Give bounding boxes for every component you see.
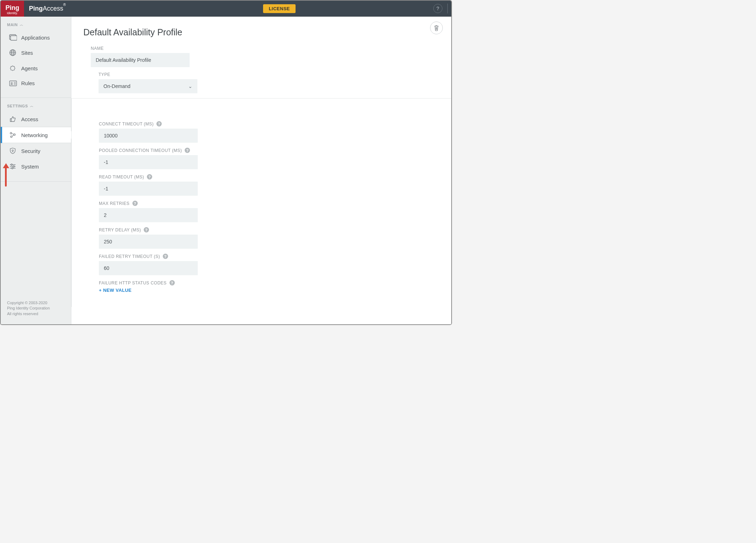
copyright: Copyright © 2003-2020 Ping Identity Corp… <box>1 300 71 324</box>
product-name: PingAccess® <box>29 5 66 12</box>
label-type: TYPE <box>99 72 451 77</box>
failed-retry-timeout-input[interactable] <box>99 261 198 275</box>
sidebar-item-label: Applications <box>21 35 50 41</box>
sidebar-item-label: Rules <box>21 80 35 86</box>
trash-icon <box>434 25 439 31</box>
sidebar-item-label: Agents <box>21 65 38 71</box>
help-icon[interactable]: ? <box>163 254 168 259</box>
page-title: Default Availability Profile <box>71 17 451 41</box>
chevron-down-icon: ⌄ <box>188 83 192 89</box>
svg-point-25 <box>12 167 13 169</box>
read-timeout-input[interactable] <box>99 182 198 196</box>
svg-point-9 <box>11 82 12 84</box>
help-icon[interactable]: ? <box>144 227 149 232</box>
name-input[interactable] <box>91 53 190 67</box>
delete-button[interactable] <box>430 22 443 34</box>
retry-delay-input[interactable] <box>99 235 198 249</box>
label-name: NAME <box>91 46 451 51</box>
help-icon[interactable]: ? <box>433 4 442 13</box>
thumbs-up-icon <box>9 116 17 123</box>
chevron-up-icon: ︿ <box>20 22 24 27</box>
sidebar-item-security[interactable]: Security <box>1 143 71 159</box>
label-connect-timeout: CONNECT TIMEOUT (MS)? <box>99 121 451 126</box>
label-retry-delay: RETRY DELAY (MS)? <box>99 227 451 232</box>
network-icon <box>9 131 17 138</box>
sidebar-section-main[interactable]: MAIN ︿ <box>1 17 71 30</box>
sidebar-item-label: Security <box>21 148 40 154</box>
topbar-separator <box>447 4 448 13</box>
sidebar-item-sites[interactable]: Sites <box>1 45 71 60</box>
sidebar-item-applications[interactable]: Applications <box>1 30 71 45</box>
window-icon <box>9 34 17 41</box>
svg-rect-2 <box>11 36 17 40</box>
sliders-icon <box>9 163 17 170</box>
sidebar-item-label: Access <box>21 116 38 122</box>
svg-line-16 <box>12 134 14 134</box>
label-failure-http-status-codes: FAILURE HTTP STATUS CODES? <box>99 280 451 285</box>
topbar: Ping Identity. PingAccess® LICENSE ? <box>1 1 451 17</box>
logo-text-bottom: Identity. <box>7 12 18 15</box>
puzzle-icon <box>9 65 17 72</box>
sidebar-item-access[interactable]: Access <box>1 111 71 127</box>
id-card-icon <box>9 81 17 86</box>
sidebar-item-system[interactable]: System <box>1 159 71 174</box>
sidebar-item-rules[interactable]: Rules <box>1 76 71 90</box>
sidebar-item-networking[interactable]: Networking <box>1 127 71 143</box>
sidebar-item-agents[interactable]: Agents <box>1 60 71 76</box>
logo-text-top: Ping <box>6 5 19 11</box>
label-failed-retry-timeout: FAILED RETRY TIMEOUT (S)? <box>99 254 451 259</box>
sidebar: MAIN ︿ Applications Sites Agents R <box>1 17 71 324</box>
max-retries-input[interactable] <box>99 208 198 222</box>
sidebar-item-label: System <box>21 164 39 170</box>
help-icon[interactable]: ? <box>185 148 190 153</box>
sidebar-item-label: Sites <box>21 50 33 56</box>
svg-point-21 <box>11 164 12 165</box>
svg-point-15 <box>11 136 12 138</box>
sidebar-item-label: Networking <box>21 132 48 138</box>
label-read-timeout: READ TIMEOUT (MS)? <box>99 174 451 179</box>
svg-point-23 <box>13 166 14 167</box>
type-select[interactable]: On-Demand ⌄ <box>99 79 197 93</box>
type-select-value: On-Demand <box>103 83 130 89</box>
help-icon[interactable]: ? <box>169 280 175 285</box>
globe-icon <box>9 49 17 56</box>
pooled-connection-timeout-input[interactable] <box>99 155 198 169</box>
shield-icon <box>9 147 17 154</box>
svg-point-18 <box>12 150 13 151</box>
help-icon[interactable]: ? <box>132 201 138 206</box>
license-button[interactable]: LICENSE <box>263 4 296 13</box>
svg-point-13 <box>10 132 12 134</box>
svg-line-17 <box>12 135 14 136</box>
brand-logo: Ping Identity. <box>1 0 24 19</box>
svg-point-14 <box>14 134 16 136</box>
help-icon[interactable]: ? <box>147 174 152 179</box>
main-content: Default Availability Profile NAME TYPE O… <box>71 17 451 324</box>
help-icon[interactable]: ? <box>156 121 162 126</box>
label-pooled-connection-timeout: POOLED CONNECTION TIMEOUT (MS)? <box>99 148 451 153</box>
chevron-up-icon: ︿ <box>30 104 34 108</box>
new-value-button[interactable]: + NEW VALUE <box>99 288 451 293</box>
label-max-retries: MAX RETRIES? <box>99 201 451 206</box>
connect-timeout-input[interactable] <box>99 129 198 143</box>
sidebar-section-settings[interactable]: SETTINGS ︿ <box>1 98 71 111</box>
